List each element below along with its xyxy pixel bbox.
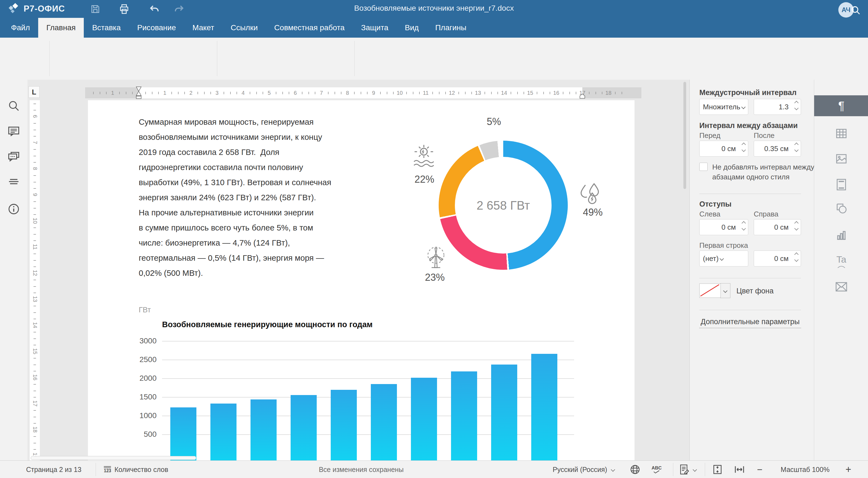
spinner-arrows[interactable] — [742, 143, 745, 151]
spinner-arrows[interactable] — [795, 222, 798, 230]
zoom-in-button[interactable]: + — [845, 461, 851, 478]
spinner-arrows[interactable] — [795, 101, 798, 110]
bar-chart-plot[interactable]: 30002500200015001000500 — [162, 334, 574, 460]
ruler-tick — [33, 293, 36, 293]
bar-year-2[interactable] — [210, 404, 237, 460]
bar-year-5[interactable] — [331, 390, 357, 460]
indent-right-value: 0 см — [774, 223, 788, 232]
image-settings-tab[interactable] — [814, 148, 868, 169]
bar-year-3[interactable] — [250, 399, 277, 460]
indent-marker[interactable] — [136, 87, 142, 99]
pilcrow-glyph: ¶ — [838, 99, 845, 112]
ruler-tick — [33, 240, 36, 241]
ruler-tick — [224, 92, 224, 94]
language-select[interactable]: Русский (Россия) — [553, 461, 615, 478]
ruler-tick — [406, 92, 407, 94]
headers-footers-settings-tab[interactable] — [814, 174, 868, 195]
bar-year-9[interactable] — [491, 364, 517, 460]
background-color-dropdown[interactable] — [720, 283, 731, 298]
ruler-tick — [33, 175, 36, 176]
chart-settings-tab[interactable] — [814, 225, 868, 246]
first-line-select[interactable]: (нет) — [699, 250, 748, 266]
tab-3[interactable]: Вставка — [84, 18, 129, 38]
chat-icon[interactable] — [7, 151, 20, 163]
spinner-arrows[interactable] — [742, 222, 745, 230]
right-indent-marker[interactable] — [579, 93, 585, 99]
search-icon[interactable] — [850, 5, 861, 16]
tab-10[interactable]: Плагины — [427, 18, 474, 38]
ruler-tick — [152, 92, 152, 94]
indent-right-spinner[interactable]: 0 см — [754, 219, 801, 235]
horizontal-scrollbar[interactable] — [31, 456, 196, 460]
line-spacing-type-select[interactable]: Множитель — [699, 99, 748, 115]
background-color-swatch[interactable] — [699, 283, 721, 298]
bar-year-4[interactable] — [290, 395, 317, 460]
tab-5[interactable]: Макет — [184, 18, 222, 38]
ruler-tick — [602, 92, 602, 94]
page-indicator[interactable]: Страница 2 из 13 — [26, 461, 81, 478]
spacing-before-spinner[interactable]: 0 см — [699, 141, 748, 157]
tab-selector[interactable]: L — [29, 86, 39, 98]
about-info-icon[interactable] — [7, 203, 20, 215]
undo-button[interactable] — [148, 3, 160, 15]
ruler-tick — [419, 92, 420, 94]
spinner-arrows[interactable] — [795, 253, 798, 261]
print-button[interactable] — [118, 3, 130, 15]
bar-year-1[interactable] — [170, 408, 196, 460]
spellcheck-button[interactable]: ABC — [652, 461, 662, 478]
same-style-checkbox[interactable] — [699, 162, 708, 171]
save-button[interactable] — [89, 3, 101, 15]
horizontal-ruler[interactable]: 1123456789101112131415161718 — [85, 87, 641, 98]
spacing-after-spinner[interactable]: 0.35 см — [754, 141, 801, 157]
ruler-tick — [93, 92, 94, 94]
vertical-scrollbar[interactable] — [683, 82, 686, 189]
indent-left-spinner[interactable]: 0 см — [699, 219, 748, 235]
fit-width-button[interactable] — [734, 461, 745, 478]
comments-icon[interactable] — [7, 125, 20, 138]
bar-year-6[interactable] — [371, 384, 397, 460]
ruler-tick — [33, 338, 36, 339]
tab-8[interactable]: Защита — [353, 18, 397, 38]
ruler-tick — [33, 345, 36, 345]
spinner-arrows[interactable] — [795, 143, 798, 151]
document-page[interactable]: Суммарная мировая мощность, генерируемая… — [88, 100, 634, 460]
bar-year-7[interactable] — [411, 378, 437, 460]
tab-9[interactable]: Вид — [397, 18, 427, 38]
line-spacing-amount-spinner[interactable]: 1.3 — [754, 99, 801, 115]
zoom-out-button[interactable]: − — [757, 461, 763, 478]
ruler-number: 16 — [32, 374, 38, 382]
toolbar-separator — [217, 41, 217, 76]
advanced-settings-link[interactable]: Дополнительные параметры — [699, 318, 801, 328]
tab-7[interactable]: Совместная работа — [266, 18, 353, 38]
y-axis-tick-label: 3000 — [136, 336, 157, 345]
bar-year-8[interactable] — [451, 371, 477, 460]
navigation-headings-icon[interactable] — [7, 175, 20, 188]
track-changes-button[interactable] — [679, 461, 696, 478]
zoom-level[interactable]: Масштаб 100% — [771, 461, 839, 478]
document-language-icon[interactable] — [629, 461, 641, 478]
shape-settings-tab[interactable] — [814, 198, 868, 219]
paragraph-line: 0,02% (500 МВт). — [139, 268, 408, 283]
table-settings-tab[interactable] — [814, 123, 868, 144]
ruler-tick — [33, 136, 36, 137]
ruler-tick — [543, 92, 544, 94]
tab-2[interactable]: Главная — [38, 18, 84, 38]
vertical-ruler[interactable]: 678910111213141516171819 — [30, 100, 40, 460]
tab-1[interactable]: Файл — [3, 18, 38, 38]
redo-button[interactable] — [173, 3, 185, 15]
ruler-number: 8 — [342, 90, 353, 96]
ruler-tick — [33, 332, 36, 332]
tab-4[interactable]: Рисование — [129, 18, 184, 38]
first-line-amount-spinner[interactable]: 0 см — [754, 250, 801, 266]
bar-year-10[interactable] — [531, 354, 557, 460]
paragraph-settings-tab[interactable]: ¶ — [814, 95, 868, 116]
paragraph-text[interactable]: Суммарная мировая мощность, генерируемая… — [139, 117, 408, 283]
text-art-settings-tab[interactable]: Ta — [814, 249, 868, 270]
mail-merge-settings-tab[interactable] — [814, 276, 868, 297]
indents-heading: Отступы — [699, 200, 732, 209]
find-icon[interactable] — [7, 99, 20, 112]
fit-page-button[interactable] — [712, 461, 723, 478]
paragraph-line: гидроэнергетики составила почти половину — [139, 162, 408, 178]
ruler-number: 7 — [316, 90, 327, 96]
tab-6[interactable]: Ссылки — [222, 18, 266, 38]
